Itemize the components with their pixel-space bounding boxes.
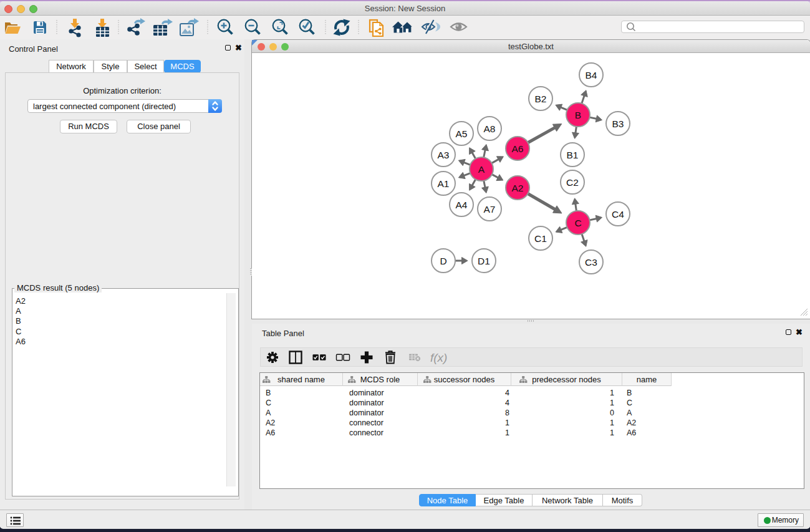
svg-text:A8: A8 bbox=[484, 123, 496, 134]
svg-text:C4: C4 bbox=[612, 209, 624, 220]
svg-text:A7: A7 bbox=[484, 204, 496, 215]
svg-text:C3: C3 bbox=[585, 257, 597, 268]
svg-text:B1: B1 bbox=[567, 150, 579, 160]
svg-text:C2: C2 bbox=[566, 177, 579, 188]
svg-text:D: D bbox=[440, 256, 446, 266]
svg-text:A4: A4 bbox=[456, 200, 468, 210]
svg-text:A1: A1 bbox=[438, 178, 450, 189]
svg-text:B4: B4 bbox=[586, 70, 597, 80]
svg-text:A: A bbox=[478, 164, 485, 175]
svg-text:C1: C1 bbox=[534, 233, 547, 244]
svg-text:B3: B3 bbox=[612, 118, 624, 129]
svg-text:D1: D1 bbox=[478, 256, 490, 266]
svg-text:A5: A5 bbox=[456, 128, 468, 139]
svg-text:C: C bbox=[574, 218, 581, 228]
svg-text:B: B bbox=[575, 110, 581, 120]
svg-text:A3: A3 bbox=[438, 150, 450, 160]
svg-text:A6: A6 bbox=[512, 143, 524, 154]
svg-text:A2: A2 bbox=[512, 183, 524, 193]
svg-text:B2: B2 bbox=[535, 94, 547, 104]
svg-text:f(x): f(x) bbox=[430, 351, 447, 364]
